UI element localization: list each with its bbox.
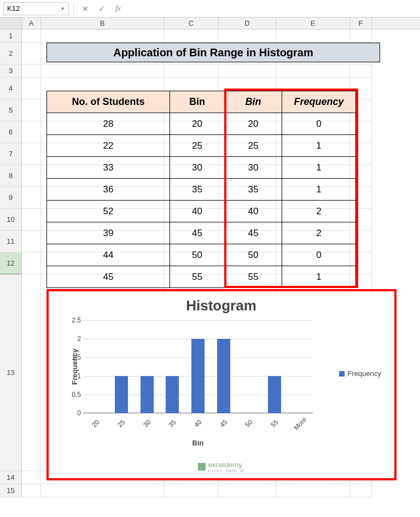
spreadsheet-grid[interactable]: 1 2 3 4 5 6 7 8 9 10 11 12 13 14 15 Appl…: [0, 30, 420, 497]
row-header[interactable]: 15: [0, 484, 22, 497]
legend-swatch-icon: [339, 371, 345, 377]
watermark-brand: exceldemy: [208, 461, 245, 469]
confirm-icon[interactable]: ✓: [95, 2, 109, 15]
table-row: 3635351: [47, 179, 356, 201]
table-row: 3945452: [47, 222, 356, 244]
row-header[interactable]: 11: [0, 231, 22, 252]
row-header[interactable]: 8: [0, 165, 22, 187]
cell[interactable]: 35: [225, 179, 282, 201]
cell[interactable]: 20: [225, 113, 282, 135]
row-header[interactable]: 9: [0, 187, 22, 209]
cell[interactable]: 55: [225, 266, 282, 288]
cell[interactable]: 28: [47, 113, 170, 135]
col-header-A[interactable]: A: [22, 17, 41, 29]
cell[interactable]: 45: [170, 222, 225, 244]
x-tick-label: 55: [264, 413, 285, 434]
name-box-value: K12: [7, 4, 20, 13]
chart-bar: [191, 339, 205, 413]
cell[interactable]: 1: [282, 179, 356, 201]
chevron-down-icon: ▼: [60, 6, 65, 11]
y-tick-label: 2: [67, 335, 81, 343]
row-header[interactable]: 2: [0, 43, 22, 64]
y-tick-label: 2.5: [67, 316, 81, 324]
x-tick-label: 25: [111, 413, 132, 434]
row-header[interactable]: 10: [0, 209, 22, 231]
cell[interactable]: 25: [225, 135, 282, 157]
y-tick-label: 1: [67, 372, 81, 380]
cell[interactable]: 1: [282, 157, 356, 179]
watermark: exceldemy EXCEL · DATA · BI: [198, 461, 245, 473]
cell[interactable]: 45: [47, 266, 170, 288]
cell[interactable]: 45: [225, 222, 282, 244]
row-header[interactable]: 1: [0, 30, 22, 43]
cell[interactable]: 20: [170, 113, 225, 135]
page-title: Application of Bin Range in Histogram: [46, 43, 380, 62]
cell[interactable]: 2: [282, 222, 356, 244]
row-header[interactable]: 3: [0, 64, 22, 78]
row-header[interactable]: 14: [0, 471, 22, 484]
cell[interactable]: 33: [47, 157, 170, 179]
table-row: 2225251: [47, 135, 356, 157]
fx-icon[interactable]: fx: [111, 2, 125, 15]
formula-input[interactable]: [127, 2, 417, 15]
histogram-chart: Histogram Frequency Bin 00.511.522.52025…: [50, 293, 392, 476]
legend-label: Frequency: [348, 369, 381, 378]
formula-bar: K12 ▼ ✕ ✓ fx: [0, 0, 420, 17]
col-header-D[interactable]: D: [219, 17, 276, 29]
row-header[interactable]: 5: [0, 99, 22, 121]
cell[interactable]: 30: [170, 157, 225, 179]
cell[interactable]: 0: [282, 244, 356, 266]
cell[interactable]: 30: [225, 157, 282, 179]
th-bin2: Bin: [225, 91, 282, 113]
x-tick-label: 50: [238, 413, 259, 434]
chart-title: Histogram: [50, 297, 392, 314]
cell[interactable]: 50: [170, 244, 225, 266]
col-header-E[interactable]: E: [276, 17, 350, 29]
row-header[interactable]: 4: [0, 78, 22, 99]
cell[interactable]: 25: [170, 135, 225, 157]
y-tick-label: 0: [67, 409, 81, 417]
cancel-icon[interactable]: ✕: [78, 2, 92, 15]
cell[interactable]: 22: [47, 135, 170, 157]
x-tick-label: 45: [213, 413, 234, 434]
cell[interactable]: 50: [225, 244, 282, 266]
cell[interactable]: 0: [282, 113, 356, 135]
name-box[interactable]: K12 ▼: [3, 2, 69, 15]
row-header[interactable]: 13: [0, 274, 22, 471]
row-header[interactable]: 6: [0, 121, 22, 143]
table-row: 4555551: [47, 266, 356, 288]
col-header-C[interactable]: C: [164, 17, 219, 29]
y-tick-label: 0.5: [67, 391, 81, 398]
th-frequency: Frequency: [282, 91, 356, 113]
x-tick-label: 20: [85, 413, 106, 434]
cell[interactable]: 44: [47, 244, 170, 266]
th-bin: Bin: [170, 91, 225, 113]
x-axis-label: Bin: [192, 439, 204, 447]
cell[interactable]: 55: [170, 266, 225, 288]
select-all-corner[interactable]: [0, 17, 22, 29]
cell[interactable]: 40: [170, 201, 225, 222]
cell[interactable]: 40: [225, 201, 282, 222]
cell[interactable]: 39: [47, 222, 170, 244]
table-row: 3330301: [47, 157, 356, 179]
watermark-sub: EXCEL · DATA · BI: [208, 469, 245, 473]
table-row: 4450500: [47, 244, 356, 266]
chart-plot-area: Frequency Bin 00.511.522.520253035404550…: [83, 320, 313, 413]
row-header[interactable]: 7: [0, 143, 22, 165]
col-header-F[interactable]: F: [350, 17, 372, 29]
y-tick-label: 1.5: [67, 354, 81, 361]
th-students: No. of Students: [47, 91, 170, 113]
table-row: 5240402: [47, 201, 356, 222]
row-header[interactable]: 12: [0, 252, 22, 274]
cell[interactable]: 2: [282, 201, 356, 222]
cell[interactable]: 36: [47, 179, 170, 201]
cell[interactable]: 52: [47, 201, 170, 222]
cell[interactable]: 1: [282, 135, 356, 157]
separator: [73, 3, 74, 15]
chart-bar: [217, 339, 230, 413]
col-header-B[interactable]: B: [41, 17, 164, 29]
data-table: No. of Students Bin Bin Frequency 282020…: [46, 91, 356, 288]
logo-icon: [198, 463, 206, 471]
cell[interactable]: 35: [170, 179, 225, 201]
cell[interactable]: 1: [282, 266, 356, 288]
